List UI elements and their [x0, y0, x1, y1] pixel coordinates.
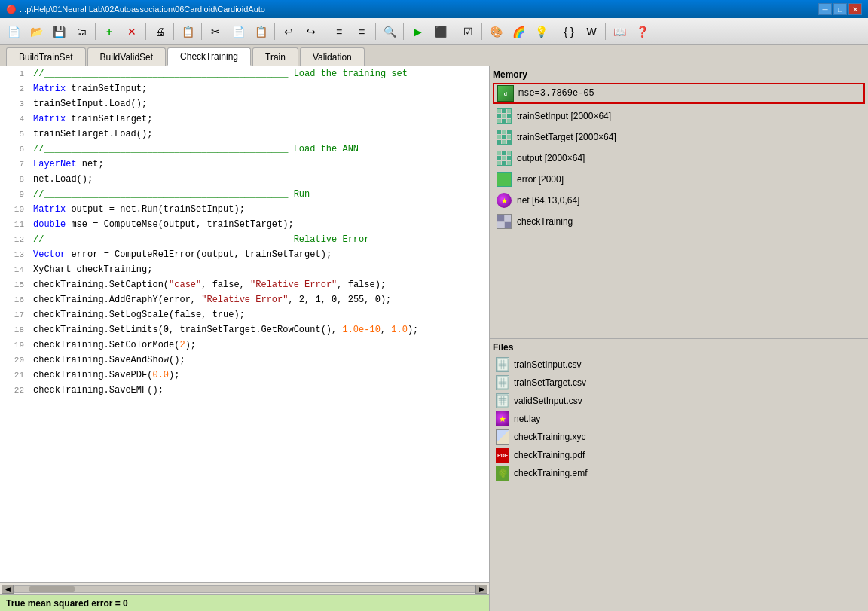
check-button[interactable]: ☑ [457, 21, 478, 42]
code-line: 16checkTraining.AddGraphY(error, "Relati… [0, 292, 489, 307]
align-right-button[interactable]: ≡ [351, 21, 372, 42]
memory-item-output[interactable]: output [2000×64] [493, 148, 865, 169]
close-button[interactable]: ✕ [848, 3, 862, 15]
code-scrollbar[interactable]: ◀ ▶ [0, 582, 489, 594]
svg-rect-0 [497, 359, 508, 371]
line-number: 1 [3, 66, 24, 81]
svg-rect-6 [497, 377, 508, 389]
grid-icon-trainsettarget [496, 129, 512, 145]
line-content: Matrix output = net.Run(trainSetInput); [33, 202, 486, 217]
file-item-checktraining-emf[interactable]: 🌵 checkTraining.emf [493, 464, 865, 482]
tab-check-training[interactable]: CheckTraining [167, 47, 251, 66]
sep10 [481, 23, 482, 40]
pdf-icon: PDF [496, 448, 509, 463]
window-controls: ─ □ ✕ [818, 3, 862, 15]
line-content: net.Load(); [33, 172, 486, 187]
memory-item-trainsetinput[interactable]: trainSetInput [2000×64] [493, 105, 865, 127]
copy-button[interactable]: 📄 [228, 21, 249, 42]
sep1 [95, 23, 96, 40]
status-text: True mean squared error = 0 [6, 598, 128, 609]
code-line: 10Matrix output = net.Run(trainSetInput)… [0, 202, 489, 217]
line-number: 18 [3, 322, 24, 338]
stop-button[interactable]: ⬛ [429, 21, 451, 42]
copy-doc-button[interactable]: 📋 [177, 21, 198, 42]
sep2 [145, 23, 146, 40]
memory-item-error[interactable]: error [2000] [493, 169, 865, 190]
files-title: Files [493, 342, 865, 353]
add-button[interactable]: + [99, 21, 120, 42]
code-area[interactable]: 1//_____________________________________… [0, 66, 489, 582]
file-item-validsetinput-csv[interactable]: validSetInput.csv [493, 392, 865, 410]
line-content: checkTraining.AddGraphY(error, "Relative… [33, 292, 486, 307]
file-item-checktraining-xyc[interactable]: checkTraining.xyc [493, 428, 865, 446]
error-icon [496, 171, 512, 188]
code-line: 6//_____________________________________… [0, 142, 489, 157]
code-button[interactable]: { } [558, 21, 579, 42]
file-item-net-lay[interactable]: ★ net.lay [493, 410, 865, 428]
question-button[interactable]: ❓ [631, 21, 653, 42]
line-content: double mse = ComputeMse(output, trainSet… [33, 217, 486, 232]
memory-item-mse[interactable]: d mse=3.7869e-05 [493, 83, 865, 104]
xyc-icon [496, 429, 509, 445]
play-button[interactable]: ▶ [407, 21, 428, 42]
file-item-checktraining-pdf[interactable]: PDF checkTraining.pdf [493, 446, 865, 464]
trainsetinput-label: trainSetInput [2000×64] [517, 111, 611, 121]
help-book-button[interactable]: 📖 [609, 21, 630, 42]
line-content: XyChart checkTraining; [33, 262, 486, 277]
tab-build-valid-set[interactable]: BuildValidSet [87, 47, 167, 66]
tab-build-train-set[interactable]: BuildTrainSet [6, 47, 86, 66]
line-content: checkTraining.SetLogScale(false, true); [33, 307, 486, 322]
tab-validation[interactable]: Validation [300, 47, 365, 66]
line-content: trainSetTarget.Load(); [33, 127, 486, 142]
file-item-trainsettarget-csv[interactable]: trainSetTarget.csv [493, 374, 865, 392]
cut-button[interactable]: ✂ [205, 21, 226, 42]
scrollbar-thumb[interactable] [29, 586, 75, 592]
line-content: checkTraining.SaveEMF(); [33, 383, 486, 398]
find-button[interactable]: 🔍 [379, 21, 400, 42]
files-panel: Files trainSetInput.csv [490, 339, 868, 611]
redo-button[interactable]: ↪ [301, 21, 322, 42]
open-button[interactable]: 📂 [26, 21, 47, 42]
code-line: 12//____________________________________… [0, 232, 489, 247]
rainbow-button[interactable]: 🌈 [508, 21, 529, 42]
memory-item-checktraining[interactable]: checkTraining [493, 211, 865, 232]
sep11 [555, 23, 555, 40]
code-line: 9//_____________________________________… [0, 187, 489, 202]
line-content: checkTraining.SetCaption("case", false, … [33, 277, 486, 292]
trainsettarget-label: trainSetTarget [2000×64] [517, 132, 616, 142]
align-left-button[interactable]: ≡ [329, 21, 350, 42]
lay-icon: ★ [496, 411, 509, 426]
save-button[interactable]: 💾 [48, 21, 69, 42]
sep12 [605, 23, 606, 40]
memory-item-net[interactable]: ★ net [64,13,0,64] [493, 190, 865, 211]
memory-panel: Memory d mse=3.7869e-05 trainSetInput [2 [490, 66, 868, 339]
line-number: 10 [3, 202, 24, 217]
code-line: 14XyChart checkTraining; [0, 262, 489, 277]
scroll-right-button[interactable]: ▶ [475, 585, 487, 594]
scroll-left-button[interactable]: ◀ [2, 585, 14, 594]
light-button[interactable]: 💡 [530, 21, 552, 42]
word-button[interactable]: W [581, 21, 602, 42]
delete-button[interactable]: ✕ [121, 21, 142, 42]
line-number: 4 [3, 112, 24, 127]
code-line: 13Vector error = ComputeRelError(output,… [0, 247, 489, 262]
minimize-button[interactable]: ─ [818, 3, 832, 15]
paste-button[interactable]: 📋 [250, 21, 271, 42]
new-button[interactable]: 📄 [3, 21, 24, 42]
error-label: error [2000] [517, 174, 564, 185]
maximize-button[interactable]: □ [833, 3, 847, 15]
print-button[interactable]: 🖨 [149, 21, 170, 42]
undo-button[interactable]: ↩ [278, 21, 299, 42]
title-bar-left: 🔴 ...p\Help\01Neural Lab\02Autoassociati… [6, 5, 265, 14]
net-lay-label: net.lay [514, 414, 540, 424]
scrollbar-track[interactable] [14, 585, 475, 593]
code-line: 11double mse = ComputeMse(output, trainS… [0, 217, 489, 232]
save-all-button[interactable]: 🗂 [71, 21, 92, 42]
memory-item-trainsettarget[interactable]: trainSetTarget [2000×64] [493, 127, 865, 148]
file-item-trainsetinput-csv[interactable]: trainSetInput.csv [493, 356, 865, 374]
palette-button[interactable]: 🎨 [485, 21, 506, 42]
sep4 [201, 23, 202, 40]
tab-train[interactable]: Train [252, 47, 298, 66]
code-line: 19checkTraining.SetColorMode(2); [0, 338, 489, 353]
checktraining-pdf-label: checkTraining.pdf [514, 450, 585, 460]
